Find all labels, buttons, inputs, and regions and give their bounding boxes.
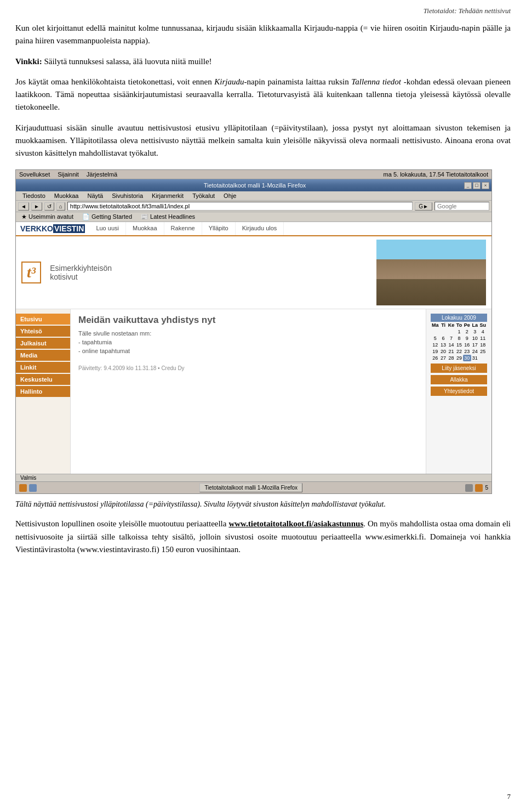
sidebar-media[interactable]: Media bbox=[16, 350, 70, 361]
paragraph-3: Jos käytät omaa henkilökohtaista tietoko… bbox=[15, 76, 511, 114]
paragraph-5-prefix: Nettisivuston lopullinen osoite yleisöll… bbox=[15, 519, 228, 528]
cal-day-pe: Pe bbox=[463, 322, 471, 328]
browser-title-buttons: _ □ × bbox=[464, 182, 489, 189]
os-menu-apps[interactable]: Sovellukset bbox=[19, 171, 50, 178]
sidebar-julkaisut[interactable]: Julkaisut bbox=[16, 338, 70, 349]
back-button[interactable]: ◄ bbox=[18, 202, 29, 211]
bookmark-useimmin-label: ★ Useimmin avatut bbox=[21, 213, 73, 220]
paragraph-vinkki: Vinkki: Säilytä tunnuksesi salassa, älä … bbox=[15, 55, 511, 68]
taskbar-icon-3 bbox=[465, 484, 473, 492]
taskbar-firefox-btn[interactable]: Tietotaitotalkoot malli 1-Mozilla Firefo… bbox=[199, 483, 302, 492]
maximize-button[interactable]: □ bbox=[473, 182, 481, 189]
sidebar-etusivu[interactable]: Etusivu bbox=[16, 314, 70, 325]
cal-week-4: 192021 22232425 bbox=[431, 348, 487, 355]
os-taskbar: Tietotaitotalkoot malli 1-Mozilla Firefo… bbox=[16, 481, 491, 493]
sidebar-hallinto[interactable]: Hallinto bbox=[16, 386, 70, 397]
vinkki-label: Vinkki: bbox=[15, 57, 42, 66]
page-number: 7 bbox=[507, 792, 511, 801]
os-clock: ma 5. lokakuuta, 17.54 Tietotaitotalkoot bbox=[384, 171, 488, 178]
forward-button[interactable]: ► bbox=[31, 202, 42, 211]
nav-yllapito[interactable]: Ylläpito bbox=[202, 222, 236, 235]
cal-week-1: 1234 bbox=[431, 328, 487, 335]
website-logo-tagline: t³ Esimerkkiyhteisönkotisivut bbox=[16, 236, 491, 309]
menu-muokkaa[interactable]: Muokkaa bbox=[50, 192, 83, 200]
paragraph-4-text: Kirjauduttuasi sisään sinulle avautuu ne… bbox=[15, 123, 511, 158]
website-navbar: VERKKOVIESTIN Luo uusi Muokkaa Rakenne Y… bbox=[16, 222, 491, 236]
header-title: Tietotaidot: Tehdään nettisivut bbox=[424, 7, 511, 15]
nav-muokkaa[interactable]: Muokkaa bbox=[126, 222, 164, 235]
menu-sivuhistoria[interactable]: Sivuhistoria bbox=[107, 192, 147, 200]
t3-logo: t³ bbox=[21, 262, 41, 283]
nav-luo-uusi[interactable]: Luo uusi bbox=[89, 222, 126, 235]
website-sidebar: Etusivu Yhteisö Julkaisut Media Linkit K… bbox=[16, 309, 71, 474]
cal-day-su: Su bbox=[479, 322, 487, 328]
taskbar-icon-4 bbox=[475, 484, 483, 492]
reload-button[interactable]: ↺ bbox=[44, 202, 54, 211]
taskbar-number: 5 bbox=[485, 485, 488, 491]
btn-allakka[interactable]: Allakka bbox=[431, 375, 487, 384]
website-body: Etusivu Yhteisö Julkaisut Media Linkit K… bbox=[16, 309, 491, 474]
cal-day-ti: Ti bbox=[439, 322, 447, 328]
go-button[interactable]: G► bbox=[415, 202, 432, 211]
sidebar-linkit[interactable]: Linkit bbox=[16, 362, 70, 373]
btn-yhteystiedot[interactable]: Yhteystiedot bbox=[431, 387, 487, 396]
sidebar-yhteiso[interactable]: Yhteisö bbox=[16, 326, 70, 337]
browser-bookmarks: ★ Useimmin avatut 📄 Getting Started 📰 La… bbox=[16, 212, 491, 222]
status-text: Valmis bbox=[20, 475, 36, 481]
caption-text-content: Tältä näyttää nettisivustosi ylläpitotil… bbox=[15, 500, 386, 508]
cal-day-ma: Ma bbox=[431, 322, 439, 328]
taskbar-left bbox=[19, 484, 37, 492]
caption: Tältä näyttää nettisivustosi ylläpitotil… bbox=[15, 498, 511, 510]
taskbar-icon-2 bbox=[29, 484, 37, 492]
minimize-button[interactable]: _ bbox=[464, 182, 472, 189]
bookmark-started[interactable]: 📄 Getting Started bbox=[80, 213, 134, 221]
menu-nayta[interactable]: Näytä bbox=[83, 192, 107, 200]
cal-week-3: 121314 15161718 bbox=[431, 342, 487, 348]
paragraph-4: Kirjauduttuasi sisään sinulle avautuu ne… bbox=[15, 122, 511, 160]
main-footer: Päivitetty: 9.4.2009 klo 11.31.18 • Cred… bbox=[78, 365, 418, 371]
browser-addressbar: ◄ ► ↺ ⌂ G► bbox=[16, 201, 491, 212]
home-button[interactable]: ⌂ bbox=[56, 202, 65, 211]
website-right-sidebar: Lokakuu 2009 Ma Ti Ke To Pe La bbox=[426, 309, 491, 474]
cal-week-2: 567 891011 bbox=[431, 335, 487, 342]
main-text2: - tapahtumia bbox=[78, 339, 418, 345]
vinkki-text: Säilytä tunnuksesi salassa, älä luovuta … bbox=[42, 57, 212, 66]
os-menu-jarjestelma[interactable]: Järjestelmä bbox=[87, 171, 117, 178]
paragraph-5-url: www.tietotaitotalkoot.fi/asiakastunnus bbox=[228, 519, 363, 528]
sidebar-keskustelu[interactable]: Keskustelu bbox=[16, 374, 70, 385]
logo-verkkos: VERKKO bbox=[20, 224, 53, 233]
browser-statusbar: Valmis bbox=[16, 474, 491, 481]
page-header: Tietotaidot: Tehdään nettisivut bbox=[424, 7, 511, 15]
cal-day-ke: Ke bbox=[447, 322, 455, 328]
bookmark-useimmin[interactable]: ★ Useimmin avatut bbox=[19, 213, 76, 221]
website-tagline: Esimerkkiyhteisönkotisivut bbox=[50, 264, 112, 281]
browser-title: Tietotaitotalkoot malli 1-Mozilla Firefo… bbox=[45, 182, 464, 189]
paragraph-1: Kun olet kirjoittanut edellä mainitut ko… bbox=[15, 22, 511, 48]
website-nav-actions: Luo uusi Muokkaa Rakenne Ylläpito Kirjau… bbox=[89, 222, 284, 235]
main-heading: Meidän vaikuttava yhdistys nyt bbox=[78, 315, 418, 326]
search-input[interactable] bbox=[434, 202, 489, 211]
os-topbar-right: ma 5. lokakuuta, 17.54 Tietotaitotalkoot bbox=[384, 171, 488, 178]
taskbar-right: 5 bbox=[465, 484, 488, 492]
close-button[interactable]: × bbox=[482, 182, 489, 189]
main-text3: - online tapahtumat bbox=[78, 348, 418, 354]
os-topbar-left: Sovellukset Sijainnit Järjestelmä bbox=[19, 171, 117, 178]
menu-kirjanmerkit[interactable]: Kirjanmerkit bbox=[147, 192, 188, 200]
bookmark-headlines[interactable]: 📰 Latest Headlines bbox=[139, 213, 197, 221]
cal-day-to: To bbox=[455, 322, 463, 328]
nav-kirjaudu-ulos[interactable]: Kirjaudu ulos bbox=[236, 222, 284, 235]
btn-liity[interactable]: Liity jäseneksi bbox=[431, 364, 487, 373]
menu-tiedosto[interactable]: Tiedosto bbox=[18, 192, 50, 200]
nav-rakenne[interactable]: Rakenne bbox=[164, 222, 202, 235]
logo-verkkov: VIESTIN bbox=[53, 224, 85, 233]
calendar-header: Lokakuu 2009 bbox=[431, 314, 487, 322]
website-main: Meidän vaikuttava yhdistys nyt Tälle siv… bbox=[71, 309, 426, 474]
bookmark-headlines-label: 📰 Latest Headlines bbox=[141, 213, 195, 220]
menu-tyokalut[interactable]: Työkalut bbox=[188, 192, 219, 200]
website-content: VERKKOVIESTIN Luo uusi Muokkaa Rakenne Y… bbox=[16, 222, 491, 474]
os-menu-sijainnit[interactable]: Sijainnit bbox=[58, 171, 79, 178]
paragraph-1-text: Kun olet kirjoittanut edellä mainitut ko… bbox=[15, 24, 511, 45]
address-input[interactable] bbox=[67, 202, 413, 211]
browser-menubar: Tiedosto Muokkaa Näytä Sivuhistoria Kirj… bbox=[16, 191, 491, 201]
menu-ohje[interactable]: Ohje bbox=[219, 192, 241, 200]
